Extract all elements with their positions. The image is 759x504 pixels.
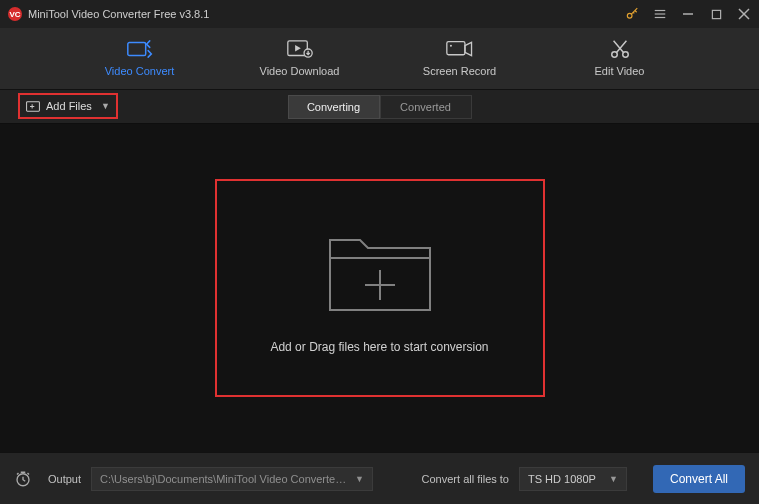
tab-edit-video[interactable]: Edit Video [570, 34, 670, 89]
convert-all-label: Convert all files to [422, 473, 509, 485]
main-area: Add or Drag files here to start conversi… [0, 124, 759, 452]
format-text: TS HD 1080P [528, 473, 596, 485]
app-logo-icon: VC [8, 7, 22, 21]
tab-label: Video Download [260, 65, 340, 77]
drop-zone[interactable]: Add or Drag files here to start conversi… [215, 179, 545, 397]
tab-label: Edit Video [595, 65, 645, 77]
window-controls [625, 7, 751, 21]
folder-add-icon [320, 222, 440, 322]
chevron-down-icon: ▼ [609, 474, 618, 484]
close-button[interactable] [737, 7, 751, 21]
add-files-icon [26, 100, 40, 112]
tab-video-download[interactable]: Video Download [250, 34, 350, 89]
convert-all-button-label: Convert All [670, 472, 728, 486]
svg-rect-5 [712, 10, 720, 18]
svg-point-13 [449, 45, 451, 47]
tab-screen-record[interactable]: Screen Record [410, 34, 510, 89]
tab-label: Video Convert [105, 65, 175, 77]
svg-rect-12 [446, 42, 464, 55]
svg-rect-8 [127, 43, 145, 56]
sub-tabs: Converting Converted [288, 95, 472, 119]
add-files-label: Add Files [46, 100, 92, 112]
drop-zone-text: Add or Drag files here to start conversi… [270, 340, 488, 354]
svg-marker-10 [295, 45, 301, 52]
sub-bar: Add Files ▼ Converting Converted [0, 90, 759, 124]
upgrade-key-icon[interactable] [625, 7, 639, 21]
sub-tab-converted[interactable]: Converted [380, 95, 472, 119]
add-files-button[interactable]: Add Files ▼ [18, 93, 118, 119]
title-bar: VC MiniTool Video Converter Free v3.8.1 [0, 0, 759, 28]
menu-icon[interactable] [653, 7, 667, 21]
tab-label: Screen Record [423, 65, 496, 77]
sub-tab-label: Converting [307, 101, 360, 113]
chevron-down-icon: ▼ [355, 474, 364, 484]
bottom-bar: Output C:\Users\bj\Documents\MiniTool Vi… [0, 452, 759, 504]
sub-tab-label: Converted [400, 101, 451, 113]
screen-record-icon [446, 38, 474, 60]
chevron-down-icon: ▼ [101, 101, 110, 111]
sub-tab-converting[interactable]: Converting [288, 95, 380, 119]
video-convert-icon [127, 38, 153, 60]
output-path-select[interactable]: C:\Users\bj\Documents\MiniTool Video Con… [91, 467, 373, 491]
maximize-button[interactable] [709, 7, 723, 21]
minimize-button[interactable] [681, 7, 695, 21]
output-format-select[interactable]: TS HD 1080P ▼ [519, 467, 627, 491]
app-title: MiniTool Video Converter Free v3.8.1 [28, 8, 209, 20]
main-tabs: Video Convert Video Download Screen Reco… [0, 28, 759, 90]
output-label: Output [48, 473, 81, 485]
video-download-icon [287, 38, 313, 60]
edit-video-icon [609, 38, 631, 60]
convert-all-button[interactable]: Convert All [653, 465, 745, 493]
output-path-text: C:\Users\bj\Documents\MiniTool Video Con… [100, 473, 349, 485]
schedule-icon[interactable] [14, 470, 32, 488]
tab-video-convert[interactable]: Video Convert [90, 34, 190, 89]
